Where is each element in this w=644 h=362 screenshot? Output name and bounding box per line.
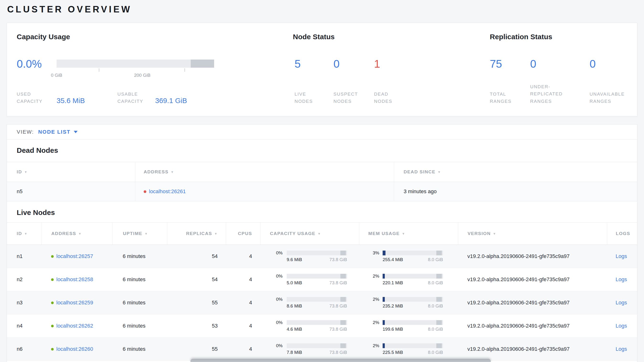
mem-usage-cell: 2% 199.6 MiB 8.0 GiB xyxy=(359,314,458,337)
capacity-used-value: 7.8 MiB xyxy=(287,350,302,355)
capacity-used-value: 9.6 MiB xyxy=(287,257,302,262)
usable-capacity-label: USABLE CAPACITY xyxy=(118,91,150,105)
node-id: n1 xyxy=(7,245,42,268)
mem-percent-label: 2% xyxy=(368,297,379,302)
node-uptime: 6 minutes xyxy=(112,268,167,291)
node-id: n4 xyxy=(7,314,42,337)
node-address-link[interactable]: localhost:26260 xyxy=(56,346,93,352)
view-dropdown-value: NODE LIST xyxy=(38,129,70,135)
node-address-link[interactable]: localhost:26259 xyxy=(56,300,93,306)
node-id: n5 xyxy=(7,182,135,201)
node-address-link[interactable]: localhost:26257 xyxy=(56,253,93,259)
logs-link[interactable]: Logs xyxy=(616,323,627,329)
node-replicas: 55 xyxy=(167,291,226,314)
capacity-bar xyxy=(287,297,347,302)
capacity-bar-endcap xyxy=(191,60,214,68)
capacity-bar xyxy=(287,251,347,255)
live-table-header: ID▼ ADDRESS▼ UPTIME▼ REPLICAS▼ CPUS CAPA… xyxy=(7,222,637,245)
live-status-icon xyxy=(51,255,54,258)
logs-link[interactable]: Logs xyxy=(616,276,627,283)
column-header-replicas[interactable]: REPLICAS▼ xyxy=(167,223,226,245)
column-header-mem-usage[interactable]: MEM USAGE▼ xyxy=(359,223,458,245)
sort-arrow-icon: ▼ xyxy=(171,170,174,174)
dead-node-row: n5 localhost:26261 3 minutes ago xyxy=(7,182,637,201)
mem-total-value: 8.0 GiB xyxy=(428,327,443,332)
used-capacity-value: 35.6 MiB xyxy=(56,97,85,104)
capacity-total-value: 73.8 GiB xyxy=(330,327,347,332)
mem-total-value: 8.0 GiB xyxy=(428,280,443,285)
live-nodes-count: 5 xyxy=(294,58,301,69)
column-header-id[interactable]: ID▼ xyxy=(7,223,42,245)
axis-tick-label: 200 GiB xyxy=(130,73,154,78)
node-list-card: VIEW: NODE LIST Dead Nodes ID▼ ADDRESS▼ … xyxy=(7,124,637,362)
mem-usage-cell: 3% 255.4 MiB 8.0 GiB xyxy=(359,245,458,268)
capacity-usage-cell: 0% 7.8 MiB 73.8 GiB xyxy=(260,338,359,360)
capacity-usage-cell: 0% 9.6 MiB 73.8 GiB xyxy=(260,245,359,268)
view-dropdown[interactable]: NODE LIST xyxy=(38,129,78,135)
chevron-down-icon xyxy=(74,131,78,133)
capacity-usage-title: Capacity Usage xyxy=(17,33,70,41)
logs-link[interactable]: Logs xyxy=(616,346,627,352)
mem-used-value: 199.6 MiB xyxy=(383,327,403,332)
bar-used-segment xyxy=(383,297,385,302)
column-header-uptime[interactable]: UPTIME▼ xyxy=(112,223,167,245)
capacity-bar xyxy=(287,343,347,348)
axis-tick xyxy=(184,68,185,72)
bar-used-segment xyxy=(383,320,385,325)
live-nodes-table: ID▼ ADDRESS▼ UPTIME▼ REPLICAS▼ CPUS CAPA… xyxy=(7,222,637,361)
sort-arrow-icon: ▼ xyxy=(214,232,218,236)
logs-cell: Logs xyxy=(607,268,637,291)
sort-arrow-icon: ▼ xyxy=(318,232,321,236)
dead-table-header: ID▼ ADDRESS▼ DEAD SINCE▼ xyxy=(7,162,637,182)
capacity-total-value: 73.8 GiB xyxy=(330,350,347,355)
live-status-icon xyxy=(51,278,54,281)
live-node-row: n6 localhost:26260 6 minutes 55 4 0% 7.8… xyxy=(7,338,637,361)
bar-endcap xyxy=(340,320,346,325)
total-ranges-count: 75 xyxy=(490,58,502,69)
bar-endcap xyxy=(436,343,442,348)
logs-link[interactable]: Logs xyxy=(616,300,627,306)
column-header-logs: LOGS xyxy=(607,223,637,245)
bar-endcap xyxy=(436,274,442,279)
partial-overlay-edge xyxy=(190,359,491,362)
node-version: v19.2.0-alpha.20190606-2491-gfe735c9a97 xyxy=(458,314,607,337)
logs-link[interactable]: Logs xyxy=(616,253,627,259)
column-header-dead-since[interactable]: DEAD SINCE▼ xyxy=(394,162,637,182)
bar-used-segment xyxy=(383,251,386,255)
mem-percent-label: 2% xyxy=(368,274,379,279)
suspect-nodes-label: SUSPECT NODES xyxy=(334,91,364,105)
replication-status-title: Replication Status xyxy=(490,33,552,41)
live-table-body: n1 localhost:26257 6 minutes 54 4 0% 9.6… xyxy=(7,245,637,361)
mem-usage-cell: 2% 220.1 MiB 8.0 GiB xyxy=(359,268,458,291)
column-header-version[interactable]: VERSION▼ xyxy=(458,223,607,245)
bar-endcap xyxy=(436,297,442,302)
node-address-link[interactable]: localhost:26258 xyxy=(56,276,93,283)
node-version: v19.2.0-alpha.20190606-2491-gfe735c9a97 xyxy=(458,268,607,291)
node-version: v19.2.0-alpha.20190606-2491-gfe735c9a97 xyxy=(458,245,607,268)
column-header-id[interactable]: ID▼ xyxy=(7,162,135,182)
live-status-icon xyxy=(51,348,54,350)
node-replicas: 54 xyxy=(167,268,226,291)
node-address-link[interactable]: localhost:26261 xyxy=(149,189,186,195)
sort-arrow-icon: ▼ xyxy=(144,232,148,236)
dead-nodes-count: 1 xyxy=(374,58,380,69)
mem-used-value: 235.2 MiB xyxy=(383,303,403,309)
under-replicated-count: 0 xyxy=(530,58,536,69)
node-cpus: 4 xyxy=(226,245,260,268)
node-id: n2 xyxy=(7,268,42,291)
column-header-address[interactable]: ADDRESS▼ xyxy=(42,223,112,245)
dead-since-value: 3 minutes ago xyxy=(394,182,637,201)
capacity-used-value: 8.6 MiB xyxy=(287,303,302,309)
capacity-used-value: 5.0 MiB xyxy=(287,280,302,285)
node-address-link[interactable]: localhost:26262 xyxy=(56,323,93,329)
column-header-capacity-usage[interactable]: CAPACITY USAGE▼ xyxy=(260,223,359,245)
suspect-nodes-count: 0 xyxy=(334,58,340,69)
node-replicas: 53 xyxy=(167,314,226,337)
column-header-address[interactable]: ADDRESS▼ xyxy=(135,162,394,182)
under-replicated-label: UNDER-REPLICATED RANGES xyxy=(530,83,570,105)
mem-bar xyxy=(383,297,443,302)
bar-used-segment xyxy=(383,274,385,279)
dead-status-icon xyxy=(144,190,146,193)
live-node-row: n4 localhost:26262 6 minutes 53 4 0% 4.6… xyxy=(7,314,637,338)
mem-used-value: 220.1 MiB xyxy=(383,280,403,285)
